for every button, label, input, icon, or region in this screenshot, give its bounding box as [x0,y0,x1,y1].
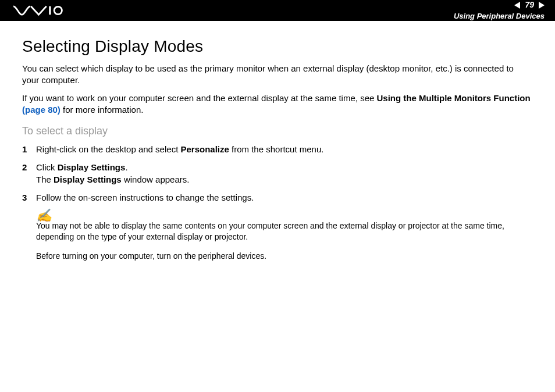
svg-point-1 [54,6,62,14]
next-page-icon[interactable] [536,2,545,9]
note-block: ✍ You may not be able to display the sam… [36,212,533,262]
step-3: Follow the on-screen instructions to cha… [22,191,533,204]
page-title: Selecting Display Modes [22,37,533,56]
step1-pre: Right-click on the desktop and select [36,144,180,154]
steps-list: Right-click on the desktop and select Pe… [22,143,533,204]
step1-bold: Personalize [180,144,229,154]
step-1: Right-click on the desktop and select Pe… [22,143,533,155]
step2-post: window appears. [122,174,190,184]
step-2: Click Display Settings.The Display Setti… [22,161,533,186]
page-link-80[interactable]: (page 80) [22,105,61,115]
step2-pre: Click [36,162,58,172]
svg-marker-2 [514,2,520,9]
page-number: 79 [524,0,535,9]
header-bar: 79 Using Peripheral Devices [0,0,555,21]
header-right: 79 Using Peripheral Devices [453,0,545,20]
svg-rect-0 [49,6,51,15]
step1-post: from the shortcut menu. [229,144,324,154]
p2-pre: If you want to work on your computer scr… [22,93,376,103]
note-1: You may not be able to display the same … [36,220,533,243]
step3-text: Follow the on-screen instructions to cha… [36,193,254,202]
step2-b1: Display Settings [58,162,126,172]
p2-bold: Using the Multiple Monitors Function [376,93,530,103]
prev-page-icon[interactable] [514,2,522,9]
note-icon: ✍ [36,212,533,219]
p2-post: for more information. [61,105,144,115]
content-area: Selecting Display Modes You can select w… [0,21,555,262]
subheading: To select a display [22,125,533,137]
svg-marker-3 [539,2,545,9]
note-2: Before turning on your computer, turn on… [36,251,533,262]
step2-b2: Display Settings [54,174,122,184]
intro-paragraph-1: You can select which display to be used … [22,63,533,87]
section-name: Using Peripheral Devices [454,12,545,21]
intro-paragraph-2: If you want to work on your computer scr… [22,92,533,116]
pager: 79 [514,0,545,9]
vaio-logo [13,5,71,16]
